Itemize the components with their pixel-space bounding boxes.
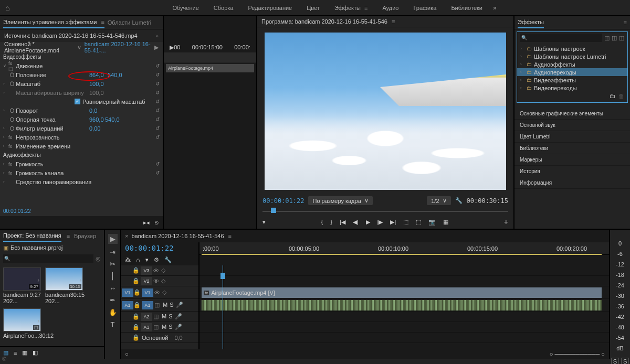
lock-icon[interactable]: 🔒 <box>133 302 141 308</box>
lock-icon[interactable]: 🔒 <box>132 313 140 320</box>
settings-icon[interactable]: ⚙ <box>154 256 159 263</box>
tree-lumetri-presets[interactable]: Шаблоны настроек Lumetri <box>534 53 606 60</box>
lock-icon[interactable]: 🔒 <box>132 277 140 284</box>
source-a1[interactable]: A1 <box>122 301 133 309</box>
prop-scale[interactable]: Масштаб <box>16 81 40 87</box>
tab-lumetri-scopes[interactable]: Области Lumetri <box>108 19 151 26</box>
tab-markers[interactable]: Маркеры <box>514 154 630 166</box>
menu-editing[interactable]: Редактирование <box>248 5 292 11</box>
lock-icon[interactable]: 🔒 <box>132 324 140 330</box>
loop-icon[interactable]: ▸◂ <box>143 219 150 226</box>
position-y-value[interactable]: 540,0 <box>108 72 122 78</box>
export-icon[interactable]: ⎋ <box>155 219 159 226</box>
step-back-icon[interactable]: ◀| <box>353 219 359 226</box>
lift-icon[interactable]: ⬚ <box>403 219 408 226</box>
master-track[interactable]: Основной <box>142 335 168 341</box>
lock-icon[interactable]: 🔒 <box>132 334 140 341</box>
tree-audio-effects[interactable]: Аудиоэффекты <box>534 61 575 68</box>
selection-tool-icon[interactable]: ▶ <box>108 234 118 244</box>
mark-out-icon[interactable]: } <box>330 219 332 225</box>
toggle-track-icon[interactable]: 👁 <box>152 267 160 274</box>
rotation-value[interactable]: 0,0 <box>89 108 97 114</box>
tree-audio-transitions[interactable]: Аудиопереходы <box>534 69 576 76</box>
prop-flicker[interactable]: Фильтр мерцаний <box>16 125 64 132</box>
reset-icon[interactable]: ↺ <box>155 116 160 122</box>
icon-view-icon[interactable]: ≡ <box>14 350 17 356</box>
hand-tool-icon[interactable]: ✋ <box>109 308 117 316</box>
effect-panner[interactable]: Средство панорамирования <box>16 179 91 185</box>
mini-clip[interactable]: AirplaneFootage.mp4 <box>166 64 254 72</box>
menu-overflow-icon[interactable]: » <box>493 4 497 12</box>
zoom-fit-dropdown[interactable]: По размеру кадра∨ <box>308 196 372 205</box>
wrench-icon[interactable]: 🔧 <box>164 256 172 263</box>
lock-icon[interactable]: 🔒 <box>133 289 141 296</box>
prop-anchor[interactable]: Опорная точка <box>16 116 56 123</box>
marker-icon[interactable]: ▾ <box>145 256 149 263</box>
timeline-options-icon[interactable]: ○ <box>125 351 129 357</box>
solo-left[interactable]: S <box>611 358 619 364</box>
preset-icon[interactable]: ◫ <box>604 35 610 41</box>
track-v2[interactable]: V2 <box>141 277 152 285</box>
menu-libraries[interactable]: Библиотеки <box>451 5 482 11</box>
effect-volume[interactable]: Громкость <box>16 161 43 167</box>
reset-icon[interactable]: ↺ <box>155 108 160 113</box>
marker-icon[interactable]: ▾ <box>262 219 266 226</box>
menu-color[interactable]: Цвет <box>307 5 320 11</box>
toggle-track-icon[interactable]: 👁 <box>153 290 161 296</box>
preset-icon[interactable]: ◫ <box>619 35 624 41</box>
go-in-icon[interactable]: |◀ <box>340 219 345 226</box>
source-v1[interactable]: V1 <box>122 288 133 297</box>
effect-opacity[interactable]: Непрозрачность <box>16 134 59 141</box>
tab-media-browser[interactable]: Браузер <box>74 233 96 239</box>
tab-effects-panel[interactable]: Эффекты <box>518 17 544 28</box>
anchor-x-value[interactable]: 960,0 <box>89 116 104 123</box>
sequence-name[interactable]: bandicam 2020-12-16 16-55-41-546 <box>131 233 224 239</box>
linked-selection-icon[interactable]: ∩ <box>136 256 140 263</box>
reset-icon[interactable]: ↺ <box>155 81 160 87</box>
audio-clip[interactable] <box>202 300 602 311</box>
effect-channel-volume[interactable]: Громкость канала <box>16 170 64 176</box>
effect-timeremap[interactable]: Изменение времени <box>16 143 70 149</box>
go-out-icon[interactable]: ▶| <box>390 219 396 226</box>
button-editor-icon[interactable]: + <box>504 218 508 226</box>
export-frame-icon[interactable]: 📷 <box>428 219 436 226</box>
delete-icon[interactable]: 🗑 <box>618 93 624 102</box>
snap-icon[interactable]: ⁂ <box>125 256 131 263</box>
prop-position[interactable]: Положение <box>16 72 46 78</box>
tree-presets[interactable]: Шаблоны настроек <box>534 46 585 52</box>
program-timecode[interactable]: 00:00:01:22 <box>262 197 304 205</box>
compare-icon[interactable]: ▦ <box>443 219 448 226</box>
menu-effects[interactable]: Эффекты ≡ <box>334 5 368 11</box>
resolution-dropdown[interactable]: 1/2∨ <box>427 196 450 205</box>
program-scrubber[interactable] <box>257 207 513 216</box>
pen-tool-icon[interactable]: ✒ <box>110 296 116 304</box>
ripple-tool-icon[interactable]: ✂ <box>110 260 116 268</box>
timeline-timecode[interactable]: 00:00:01:22 <box>121 242 198 254</box>
play-icon[interactable]: ▶ <box>366 219 370 226</box>
tab-libraries[interactable]: Библиотеки <box>514 143 630 154</box>
reset-icon[interactable]: ↺ <box>155 72 160 78</box>
reset-icon[interactable]: ↺ <box>155 134 160 140</box>
reset-icon[interactable]: ↺ <box>155 99 160 104</box>
lock-icon[interactable]: 🔒 <box>132 267 140 274</box>
collapse-icon[interactable]: ∨ <box>3 63 8 68</box>
project-search-input[interactable] <box>3 254 93 263</box>
track-select-tool-icon[interactable]: ⇥ <box>110 248 116 256</box>
bin-item[interactable]: ♪30:15bandicam 202...30:15 <box>45 267 83 304</box>
slip-tool-icon[interactable]: ↔ <box>109 284 116 292</box>
position-x-value[interactable]: 864,0 <box>89 72 104 78</box>
extract-icon[interactable]: ⬚ <box>416 219 421 226</box>
timeline-ruler[interactable]: :00:00 00:00:05:00 00:00:10:00 00:00:15:… <box>200 242 609 255</box>
tree-video-transitions[interactable]: Видеопереходы <box>534 85 577 91</box>
tab-info[interactable]: Информация <box>514 177 630 189</box>
menu-graphics[interactable]: Графика <box>413 5 436 11</box>
prop-rotation[interactable]: Поворот <box>16 108 38 114</box>
track-a2[interactable]: A2 <box>141 313 152 321</box>
preset-icon[interactable]: ◫ <box>612 35 617 41</box>
reset-icon[interactable]: ↺ <box>155 125 160 131</box>
reset-icon[interactable]: ↺ <box>155 90 160 95</box>
settings-icon[interactable]: 🔧 <box>455 197 463 204</box>
scale-value[interactable]: 100,0 <box>89 81 104 87</box>
tab-essential-graphics[interactable]: Основные графические элементы <box>514 108 630 120</box>
sort-icon[interactable]: ◧ <box>33 349 38 356</box>
